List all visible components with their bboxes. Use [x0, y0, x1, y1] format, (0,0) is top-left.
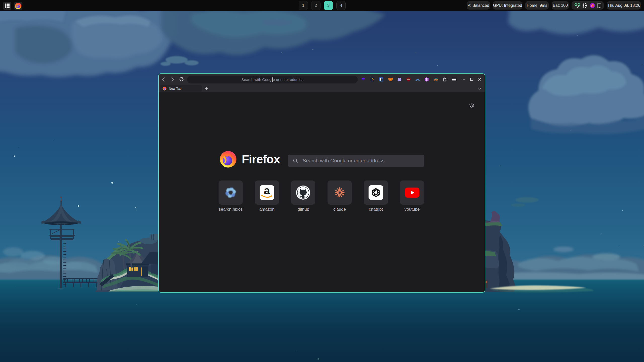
svg-text:uO: uO — [407, 79, 410, 80]
